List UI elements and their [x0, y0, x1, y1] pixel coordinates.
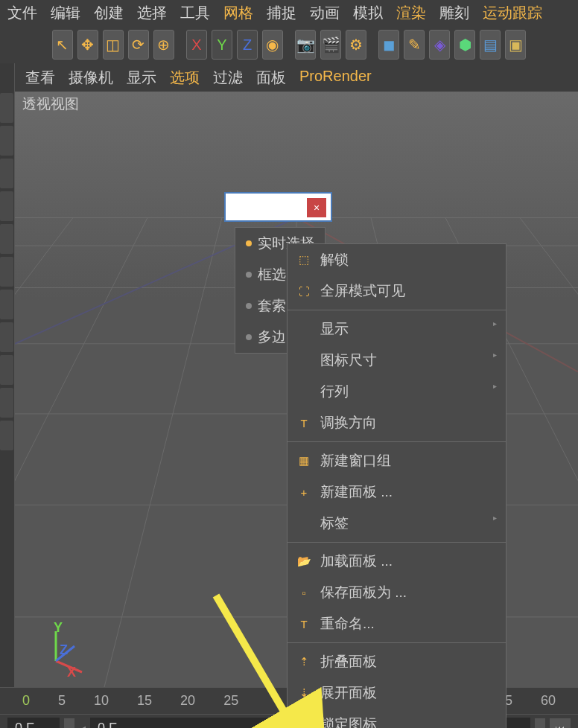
menu-simulate[interactable]: 模拟 — [353, 3, 383, 23]
cm2-rename[interactable]: T重命名... — [288, 608, 506, 639]
popup-close-button[interactable]: × — [307, 198, 326, 217]
sidebar-tool-2[interactable] — [0, 126, 13, 156]
open-icon: 📂 — [296, 554, 311, 569]
timeline-mark-15[interactable]: 15 — [137, 693, 152, 709]
cm2-labels[interactable]: 标签 — [288, 508, 506, 539]
cm2-rows-cols[interactable]: 行列 — [288, 376, 506, 407]
cm2-expand-panel[interactable]: ⇣展开面板 — [288, 677, 506, 709]
cm2-icon-size[interactable]: 图标尺寸 — [288, 345, 506, 376]
menu-render[interactable]: 渲染 — [396, 3, 426, 23]
collapse-icon: ⇡ — [296, 654, 311, 669]
timeline-mark-0[interactable]: 0 — [22, 693, 30, 709]
tool-lastused-icon[interactable]: ⊕ — [153, 30, 174, 60]
axis-y-icon[interactable]: Y — [212, 30, 232, 60]
vp-camera[interactable]: 摄像机 — [69, 68, 113, 88]
unlock-icon: ⬚ — [296, 252, 311, 267]
primitive-cube-icon[interactable]: ◼ — [378, 30, 399, 60]
swap-icon: T — [296, 415, 311, 430]
cm2-save-panel[interactable]: ▫保存面板为 ... — [288, 577, 506, 608]
menu-sculpt[interactable]: 雕刻 — [439, 3, 469, 23]
panel-context-menu: ⬚解锁 ⛶全屏模式可见 显示 图标尺寸 行列 T调换方向 ▦新建窗口组 +新建面… — [287, 243, 506, 728]
sidebar-tool-4[interactable] — [0, 191, 13, 221]
timeline-mark-60[interactable]: 60 — [541, 693, 556, 709]
viewport-label: 透视视图 — [22, 95, 79, 114]
camera-icon[interactable]: ▣ — [505, 30, 526, 60]
viewport-menu-bar: 查看 摄像机 显示 选项 过滤 面板 ProRender — [15, 63, 578, 94]
spinner-icon-2[interactable] — [535, 718, 545, 729]
rename-icon: T — [296, 616, 311, 631]
sidebar-tool-10[interactable] — [0, 388, 13, 418]
timeline-mark-25[interactable]: 25 — [223, 693, 238, 709]
axis-x-label: X — [67, 665, 76, 680]
timeline-mark-10[interactable]: 10 — [94, 693, 109, 709]
sidebar-tool-8[interactable] — [0, 322, 13, 352]
axis-z-label: Z — [60, 642, 68, 658]
left-tool-sidebar — [0, 63, 15, 687]
tool-brush-icon[interactable]: ✎ — [404, 30, 425, 60]
cm2-swap-dir[interactable]: T调换方向 — [288, 407, 506, 438]
menu-mesh[interactable]: 网格 — [223, 3, 253, 23]
vp-panel[interactable]: 面板 — [256, 68, 286, 88]
tool-cursor-icon[interactable]: ↖ — [52, 30, 73, 60]
menu-select[interactable]: 选择 — [137, 3, 167, 23]
viewport[interactable]: 查看 摄像机 显示 选项 过滤 面板 ProRender 透视视图 — [15, 63, 578, 687]
cm2-fullscreen[interactable]: ⛶全屏模式可见 — [288, 275, 506, 307]
play-first-button[interactable]: ⏮ — [550, 718, 571, 729]
sidebar-tool-6[interactable] — [0, 257, 13, 287]
vp-display[interactable]: 显示 — [127, 68, 156, 88]
timeline-mark-20[interactable]: 20 — [180, 693, 195, 709]
sidebar-tool-11[interactable] — [0, 421, 13, 450]
save-icon: ▫ — [296, 585, 311, 600]
frame-start-field[interactable]: 0 F — [7, 718, 60, 728]
menu-file[interactable]: 文件 — [7, 3, 37, 23]
cm2-lock-icon[interactable]: 锁定图标 — [288, 709, 506, 728]
vp-prorender[interactable]: ProRender — [299, 68, 372, 88]
window-group-icon: ▦ — [296, 453, 311, 468]
cm2-display[interactable]: 显示 — [288, 313, 506, 345]
deformer-icon[interactable]: ◈ — [429, 30, 450, 60]
timeline-mark-5[interactable]: 5 — [58, 693, 66, 709]
cm2-load-panel[interactable]: 📂加载面板 ... — [288, 546, 506, 577]
menu-edit[interactable]: 编辑 — [51, 3, 80, 23]
cm2-collapse-panel[interactable]: ⇡折叠面板 — [288, 646, 506, 677]
render-picture-icon[interactable]: 🎬 — [320, 30, 341, 60]
radio-icon — [246, 240, 252, 246]
main-menu-bar: 文件 编辑 创建 选择 工具 网格 捕捉 动画 模拟 渲染 雕刻 运动跟踪 — [0, 0, 578, 26]
menu-animate[interactable]: 动画 — [310, 3, 340, 23]
cm2-unlock[interactable]: ⬚解锁 — [288, 244, 506, 275]
fullscreen-icon: ⛶ — [296, 284, 311, 298]
popup-dialog[interactable]: × — [224, 192, 332, 222]
radio-icon — [246, 303, 252, 309]
expand-icon: ⇣ — [296, 686, 311, 700]
radio-icon — [246, 334, 252, 340]
mograph-icon[interactable]: ▤ — [480, 30, 501, 60]
coord-system-icon[interactable]: ◉ — [262, 30, 283, 60]
tool-rotate-icon[interactable]: ⟳ — [128, 30, 149, 60]
menu-create[interactable]: 创建 — [94, 3, 124, 23]
axis-z-icon[interactable]: Z — [237, 30, 258, 60]
vp-view[interactable]: 查看 — [25, 68, 55, 88]
tool-scale-icon[interactable]: ◫ — [103, 30, 124, 60]
cm2-new-panel[interactable]: +新建面板 ... — [288, 476, 506, 508]
generator-icon[interactable]: ⬢ — [454, 30, 475, 60]
main-toolbar: ↖ ✥ ◫ ⟳ ⊕ X Y Z ◉ 📷 🎬 ⚙ ◼ ✎ ◈ ⬢ ▤ ▣ — [0, 26, 578, 63]
menu-snap[interactable]: 捕捉 — [267, 3, 296, 23]
sidebar-tool-3[interactable] — [0, 159, 13, 188]
vp-options[interactable]: 选项 — [170, 68, 200, 88]
cm2-new-window-group[interactable]: ▦新建窗口组 — [288, 445, 506, 476]
add-icon: + — [296, 485, 311, 499]
render-settings-icon[interactable]: ⚙ — [346, 30, 366, 60]
render-view-icon[interactable]: 📷 — [295, 30, 316, 60]
axis-x-icon[interactable]: X — [186, 30, 207, 60]
tool-move-icon[interactable]: ✥ — [77, 30, 98, 60]
sidebar-tool-5[interactable] — [0, 224, 13, 254]
vp-filter[interactable]: 过滤 — [213, 68, 243, 88]
menu-tools[interactable]: 工具 — [180, 3, 210, 23]
sidebar-tool-9[interactable] — [0, 355, 13, 385]
axis-y-label: Y — [54, 620, 63, 636]
menu-tracking[interactable]: 运动跟踪 — [483, 3, 542, 23]
sidebar-tool-1[interactable] — [0, 93, 13, 123]
spinner-icon[interactable] — [64, 718, 74, 729]
sidebar-tool-7[interactable] — [0, 290, 13, 319]
radio-icon — [246, 272, 252, 278]
